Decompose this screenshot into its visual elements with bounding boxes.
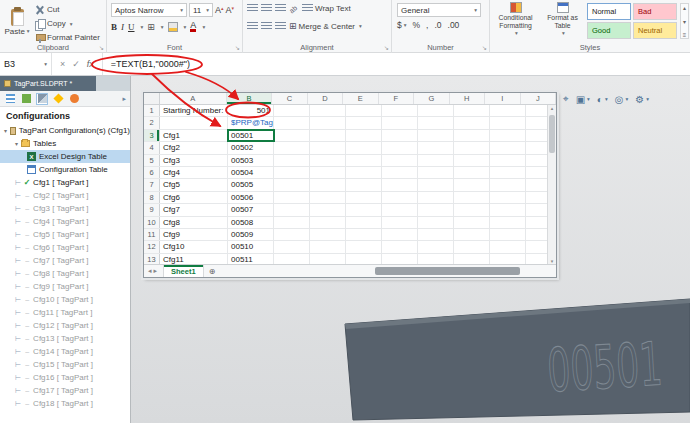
wrap-text-button[interactable]: Wrap Text: [302, 4, 351, 13]
tree-item-config[interactable]: Cfg14 [ TagPart ]: [0, 345, 130, 358]
cell-column-a[interactable]: [160, 117, 228, 128]
font-dialog-launcher-icon[interactable]: ↘: [235, 44, 240, 51]
cell-column-a[interactable]: Cfg1: [160, 130, 228, 141]
decrease-decimal-button[interactable]: .00: [448, 20, 460, 30]
tree-item-config[interactable]: Cfg1 [ TagPart ]: [0, 176, 130, 189]
currency-button[interactable]: $▾: [397, 20, 407, 30]
copy-button[interactable]: Copy▾: [33, 17, 102, 30]
cell-column-b[interactable]: 00505: [228, 179, 274, 190]
tree-item-config[interactable]: Cfg6 [ TagPart ]: [0, 241, 130, 254]
tab-dimxpert[interactable]: [52, 93, 64, 105]
tab-featuremanager[interactable]: [4, 93, 16, 105]
cell-column-b[interactable]: 00507: [228, 204, 274, 215]
borders-button[interactable]: ⊞: [147, 22, 155, 32]
tab-configurationmanager[interactable]: [36, 93, 48, 105]
cell-column-a[interactable]: Cfg5: [160, 179, 228, 190]
empty-cells[interactable]: [274, 142, 556, 153]
column-header[interactable]: E: [343, 93, 378, 104]
number-dialog-launcher-icon[interactable]: ↘: [482, 44, 487, 51]
cell-column-a[interactable]: Cfg4: [160, 167, 228, 178]
document-tab[interactable]: TagPart.SLDPRT *: [0, 76, 96, 91]
cell-column-a[interactable]: Starting Number:: [160, 105, 228, 116]
tree-item-config[interactable]: Cfg9 [ TagPart ]: [0, 280, 130, 293]
bold-button[interactable]: B: [111, 22, 117, 32]
empty-cells[interactable]: [274, 229, 556, 240]
cell-column-a[interactable]: Cfg3: [160, 155, 228, 166]
cell-style-option[interactable]: Normal: [587, 3, 631, 20]
gallery-scroll-buttons[interactable]: ▴▾≡: [680, 3, 689, 39]
formula-input[interactable]: =TEXT(B1,"0000#"): [103, 59, 190, 69]
align-middle-button[interactable]: [261, 4, 272, 13]
cell-column-a[interactable]: Cfg10: [160, 241, 228, 252]
cell-column-b[interactable]: $PRP@TagNo: [228, 117, 274, 128]
insert-function-button[interactable]: fx: [87, 59, 94, 69]
row-header[interactable]: 1: [144, 105, 160, 116]
empty-cells[interactable]: [274, 179, 556, 190]
alignment-dialog-launcher-icon[interactable]: ↘: [384, 44, 389, 51]
tree-item-config[interactable]: Cfg16 [ TagPart ]: [0, 371, 130, 384]
row-header[interactable]: 9: [144, 204, 160, 215]
cell-column-b[interactable]: 00504: [228, 167, 274, 178]
row-header[interactable]: 11: [144, 229, 160, 240]
increase-font-button[interactable]: A▴: [215, 5, 224, 15]
align-top-button[interactable]: [247, 4, 258, 13]
row-header[interactable]: 5: [144, 155, 160, 166]
vertical-scroll-thumb[interactable]: [549, 115, 555, 153]
cell-column-a[interactable]: Cfg9: [160, 229, 228, 240]
expander-icon[interactable]: [4, 126, 7, 135]
display-style-icon[interactable]: ▾: [597, 94, 608, 105]
tree-item-config[interactable]: Cfg13 [ TagPart ]: [0, 332, 130, 345]
tree-item-config[interactable]: Cfg18 [ TagPart ]: [0, 397, 130, 410]
tree-item-config[interactable]: Cfg17 [ TagPart ]: [0, 384, 130, 397]
view-orientation-icon[interactable]: ▾: [576, 94, 590, 105]
empty-cells[interactable]: [274, 217, 556, 228]
cell-column-b[interactable]: 00508: [228, 217, 274, 228]
underline-button[interactable]: U: [128, 22, 135, 32]
decrease-font-button[interactable]: A▾: [226, 5, 235, 15]
cell-column-b[interactable]: 501: [228, 105, 274, 116]
sheet-tab[interactable]: Sheet1: [163, 265, 204, 277]
gallery-more-icon[interactable]: ≡: [683, 32, 687, 38]
cell-column-a[interactable]: Cfg8: [160, 217, 228, 228]
tree-item-config[interactable]: Cfg2 [ TagPart ]: [0, 189, 130, 202]
tree-item-config[interactable]: Cfg15 [ TagPart ]: [0, 358, 130, 371]
font-name-combo[interactable]: Aptos Narrow▾: [111, 3, 187, 17]
select-all-corner[interactable]: [144, 93, 160, 104]
tree-item-config[interactable]: Cfg8 [ TagPart ]: [0, 267, 130, 280]
scroll-up-icon[interactable]: ▴: [551, 105, 554, 111]
clipboard-dialog-launcher-icon[interactable]: ↘: [99, 44, 104, 51]
empty-cells[interactable]: [274, 192, 556, 203]
italic-button[interactable]: I: [121, 22, 124, 32]
fill-color-button[interactable]: [168, 22, 178, 32]
percent-button[interactable]: %: [413, 20, 421, 30]
column-header[interactable]: C: [272, 93, 307, 104]
row-header[interactable]: 10: [144, 217, 160, 228]
column-header[interactable]: G: [414, 93, 449, 104]
tree-item-tables[interactable]: Tables: [0, 137, 130, 150]
tree-item-config[interactable]: Cfg7 [ TagPart ]: [0, 254, 130, 267]
panel-flyout-icon[interactable]: ▸: [122, 95, 126, 103]
empty-cells[interactable]: [274, 117, 556, 128]
tree-item-config[interactable]: Cfg12 [ TagPart ]: [0, 319, 130, 332]
horizontal-scroll-thumb[interactable]: [375, 267, 520, 275]
add-sheet-icon[interactable]: ⊕: [204, 267, 221, 276]
row-header[interactable]: 8: [144, 192, 160, 203]
row-header[interactable]: 4: [144, 142, 160, 153]
empty-cells[interactable]: [274, 130, 556, 141]
cell-column-a[interactable]: Cfg6: [160, 192, 228, 203]
tree-item-config[interactable]: Cfg10 [ TagPart ]: [0, 293, 130, 306]
tab-propertymanager[interactable]: [20, 93, 32, 105]
empty-cells[interactable]: [274, 155, 556, 166]
column-header[interactable]: H: [450, 93, 485, 104]
align-left-button[interactable]: [247, 22, 258, 31]
increase-decimal-button[interactable]: .0: [434, 20, 441, 30]
column-header[interactable]: D: [308, 93, 343, 104]
empty-cells[interactable]: [274, 167, 556, 178]
row-header[interactable]: 6: [144, 167, 160, 178]
name-box[interactable]: B3▾: [0, 53, 52, 75]
sheet-nav-arrows[interactable]: ◂▸: [144, 267, 163, 275]
cell-style-option[interactable]: Neutral: [633, 22, 677, 39]
conditional-formatting-button[interactable]: Conditional Formatting ▾: [493, 2, 538, 42]
column-header[interactable]: A: [160, 93, 227, 104]
empty-cells[interactable]: [274, 204, 556, 215]
